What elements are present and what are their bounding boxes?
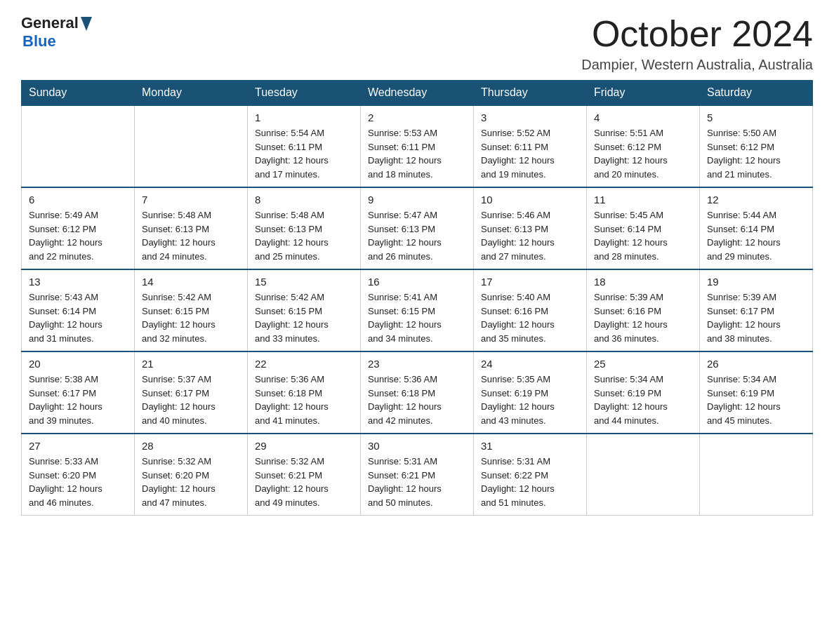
- day-number: 18: [594, 276, 692, 288]
- day-info: Sunrise: 5:48 AM Sunset: 6:13 PM Dayligh…: [255, 208, 353, 263]
- day-info: Sunrise: 5:43 AM Sunset: 6:14 PM Dayligh…: [29, 290, 127, 345]
- column-header-friday: Friday: [587, 81, 700, 106]
- column-header-tuesday: Tuesday: [248, 81, 361, 106]
- logo-blue-text: Blue: [22, 32, 56, 50]
- day-number: 13: [29, 276, 127, 288]
- column-header-wednesday: Wednesday: [361, 81, 474, 106]
- calendar-cell: 11Sunrise: 5:45 AM Sunset: 6:14 PM Dayli…: [587, 187, 700, 269]
- calendar-cell: 8Sunrise: 5:48 AM Sunset: 6:13 PM Daylig…: [248, 187, 361, 269]
- day-number: 28: [142, 440, 240, 452]
- location-subtitle: Dampier, Western Australia, Australia: [581, 57, 813, 73]
- day-number: 1: [255, 112, 353, 123]
- day-info: Sunrise: 5:35 AM Sunset: 6:19 PM Dayligh…: [481, 373, 579, 427]
- calendar-cell: 25Sunrise: 5:34 AM Sunset: 6:19 PM Dayli…: [587, 351, 700, 434]
- day-info: Sunrise: 5:50 AM Sunset: 6:12 PM Dayligh…: [707, 126, 805, 181]
- calendar-cell: 3Sunrise: 5:52 AM Sunset: 6:11 PM Daylig…: [474, 105, 587, 187]
- day-number: 25: [594, 358, 692, 370]
- day-number: 30: [368, 440, 466, 452]
- calendar-cell: 9Sunrise: 5:47 AM Sunset: 6:13 PM Daylig…: [361, 187, 474, 269]
- day-info: Sunrise: 5:45 AM Sunset: 6:14 PM Dayligh…: [594, 208, 692, 263]
- day-number: 15: [255, 276, 353, 288]
- calendar-week-row: 27Sunrise: 5:33 AM Sunset: 6:20 PM Dayli…: [22, 434, 813, 516]
- day-info: Sunrise: 5:42 AM Sunset: 6:15 PM Dayligh…: [142, 290, 240, 345]
- day-info: Sunrise: 5:39 AM Sunset: 6:17 PM Dayligh…: [707, 290, 805, 345]
- day-info: Sunrise: 5:51 AM Sunset: 6:12 PM Dayligh…: [594, 126, 692, 181]
- day-info: Sunrise: 5:34 AM Sunset: 6:19 PM Dayligh…: [707, 373, 805, 427]
- calendar-cell: 20Sunrise: 5:38 AM Sunset: 6:17 PM Dayli…: [22, 351, 135, 434]
- day-number: 6: [29, 194, 127, 206]
- day-info: Sunrise: 5:41 AM Sunset: 6:15 PM Dayligh…: [368, 290, 466, 345]
- logo-general-text: General: [21, 14, 79, 32]
- calendar-cell: 30Sunrise: 5:31 AM Sunset: 6:21 PM Dayli…: [361, 434, 474, 516]
- title-area: October 2024 Dampier, Western Australia,…: [581, 14, 813, 73]
- calendar-cell: 26Sunrise: 5:34 AM Sunset: 6:19 PM Dayli…: [700, 351, 813, 434]
- day-number: 14: [142, 276, 240, 288]
- day-info: Sunrise: 5:32 AM Sunset: 6:20 PM Dayligh…: [142, 455, 240, 509]
- calendar-week-row: 13Sunrise: 5:43 AM Sunset: 6:14 PM Dayli…: [22, 269, 813, 351]
- day-info: Sunrise: 5:52 AM Sunset: 6:11 PM Dayligh…: [481, 126, 579, 181]
- day-number: 10: [481, 194, 579, 206]
- day-number: 17: [481, 276, 579, 288]
- logo: General Blue: [21, 14, 92, 51]
- calendar-cell: 5Sunrise: 5:50 AM Sunset: 6:12 PM Daylig…: [700, 105, 813, 187]
- day-info: Sunrise: 5:40 AM Sunset: 6:16 PM Dayligh…: [481, 290, 579, 345]
- logo-arrow-icon: [81, 17, 92, 31]
- day-info: Sunrise: 5:54 AM Sunset: 6:11 PM Dayligh…: [255, 126, 353, 181]
- calendar-cell: 23Sunrise: 5:36 AM Sunset: 6:18 PM Dayli…: [361, 351, 474, 434]
- calendar-header-row: SundayMondayTuesdayWednesdayThursdayFrid…: [22, 81, 813, 106]
- day-number: 23: [368, 358, 466, 370]
- column-header-saturday: Saturday: [700, 81, 813, 106]
- column-header-monday: Monday: [135, 81, 248, 106]
- day-info: Sunrise: 5:48 AM Sunset: 6:13 PM Dayligh…: [142, 208, 240, 263]
- day-number: 12: [707, 194, 805, 206]
- calendar-week-row: 6Sunrise: 5:49 AM Sunset: 6:12 PM Daylig…: [22, 187, 813, 269]
- day-number: 21: [142, 358, 240, 370]
- day-info: Sunrise: 5:36 AM Sunset: 6:18 PM Dayligh…: [255, 373, 353, 427]
- day-info: Sunrise: 5:39 AM Sunset: 6:16 PM Dayligh…: [594, 290, 692, 345]
- calendar-week-row: 1Sunrise: 5:54 AM Sunset: 6:11 PM Daylig…: [22, 105, 813, 187]
- day-info: Sunrise: 5:42 AM Sunset: 6:15 PM Dayligh…: [255, 290, 353, 345]
- calendar-cell: [135, 105, 248, 187]
- calendar-cell: 13Sunrise: 5:43 AM Sunset: 6:14 PM Dayli…: [22, 269, 135, 351]
- calendar-cell: 14Sunrise: 5:42 AM Sunset: 6:15 PM Dayli…: [135, 269, 248, 351]
- calendar-cell: 16Sunrise: 5:41 AM Sunset: 6:15 PM Dayli…: [361, 269, 474, 351]
- calendar-cell: 21Sunrise: 5:37 AM Sunset: 6:17 PM Dayli…: [135, 351, 248, 434]
- svg-marker-0: [81, 17, 92, 31]
- day-info: Sunrise: 5:47 AM Sunset: 6:13 PM Dayligh…: [368, 208, 466, 263]
- day-info: Sunrise: 5:53 AM Sunset: 6:11 PM Dayligh…: [368, 126, 466, 181]
- day-info: Sunrise: 5:31 AM Sunset: 6:21 PM Dayligh…: [368, 455, 466, 509]
- day-number: 16: [368, 276, 466, 288]
- day-number: 9: [368, 194, 466, 206]
- calendar-cell: 17Sunrise: 5:40 AM Sunset: 6:16 PM Dayli…: [474, 269, 587, 351]
- day-number: 7: [142, 194, 240, 206]
- day-info: Sunrise: 5:32 AM Sunset: 6:21 PM Dayligh…: [255, 455, 353, 509]
- day-info: Sunrise: 5:34 AM Sunset: 6:19 PM Dayligh…: [594, 373, 692, 427]
- calendar-cell: 7Sunrise: 5:48 AM Sunset: 6:13 PM Daylig…: [135, 187, 248, 269]
- day-info: Sunrise: 5:38 AM Sunset: 6:17 PM Dayligh…: [29, 373, 127, 427]
- day-number: 31: [481, 440, 579, 452]
- day-number: 20: [29, 358, 127, 370]
- page-header: General Blue October 2024 Dampier, Weste…: [21, 14, 813, 73]
- day-info: Sunrise: 5:37 AM Sunset: 6:17 PM Dayligh…: [142, 373, 240, 427]
- day-number: 22: [255, 358, 353, 370]
- calendar-cell: 31Sunrise: 5:31 AM Sunset: 6:22 PM Dayli…: [474, 434, 587, 516]
- day-number: 29: [255, 440, 353, 452]
- day-info: Sunrise: 5:44 AM Sunset: 6:14 PM Dayligh…: [707, 208, 805, 263]
- day-number: 27: [29, 440, 127, 452]
- calendar-table: SundayMondayTuesdayWednesdayThursdayFrid…: [21, 80, 813, 516]
- calendar-week-row: 20Sunrise: 5:38 AM Sunset: 6:17 PM Dayli…: [22, 351, 813, 434]
- calendar-cell: 28Sunrise: 5:32 AM Sunset: 6:20 PM Dayli…: [135, 434, 248, 516]
- calendar-cell: 12Sunrise: 5:44 AM Sunset: 6:14 PM Dayli…: [700, 187, 813, 269]
- calendar-cell: 19Sunrise: 5:39 AM Sunset: 6:17 PM Dayli…: [700, 269, 813, 351]
- calendar-cell: [700, 434, 813, 516]
- calendar-cell: 4Sunrise: 5:51 AM Sunset: 6:12 PM Daylig…: [587, 105, 700, 187]
- day-info: Sunrise: 5:33 AM Sunset: 6:20 PM Dayligh…: [29, 455, 127, 509]
- column-header-sunday: Sunday: [22, 81, 135, 106]
- calendar-cell: 6Sunrise: 5:49 AM Sunset: 6:12 PM Daylig…: [22, 187, 135, 269]
- day-info: Sunrise: 5:31 AM Sunset: 6:22 PM Dayligh…: [481, 455, 579, 509]
- calendar-cell: 2Sunrise: 5:53 AM Sunset: 6:11 PM Daylig…: [361, 105, 474, 187]
- month-title: October 2024: [581, 14, 813, 54]
- day-info: Sunrise: 5:46 AM Sunset: 6:13 PM Dayligh…: [481, 208, 579, 263]
- calendar-cell: [587, 434, 700, 516]
- day-number: 8: [255, 194, 353, 206]
